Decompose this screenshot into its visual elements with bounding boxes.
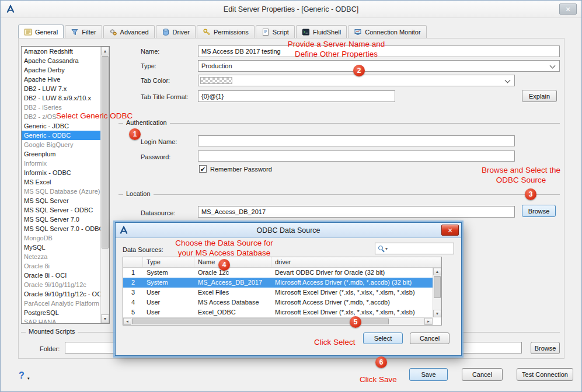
server-type-label: Generic - JDBC [24,123,69,130]
server-type-list-item[interactable]: Generic - ODBC [22,131,100,140]
login-name-label: Login Name: [141,138,177,145]
table-row[interactable]: 4 User MS Access Database Microsoft Acce… [123,298,433,307]
save-button[interactable]: Save [409,368,448,381]
server-type-list-item[interactable]: Greenplum [22,149,100,159]
scroll-left-icon[interactable]: ◄ [123,318,131,325]
scroll-down-icon[interactable]: ▼ [433,310,441,317]
scroll-down-icon[interactable]: ▼ [101,314,109,323]
server-type-list-item[interactable]: MongoDB [22,233,100,243]
table-row[interactable]: 5 User Excel_ODBC Microsoft Excel Driver… [123,307,433,317]
cell-driver: Microsoft Access Driver (*.mdb, *.accdb) [271,298,433,307]
tab-connection-monitor[interactable]: Connection Monitor [348,25,426,38]
server-type-list-item[interactable]: MySQL [22,243,100,252]
type-select[interactable]: Production [198,60,560,72]
scroll-thumb[interactable] [102,56,109,249]
server-type-label: ParAccel Analytic Platform [24,300,99,307]
tab-driver[interactable]: Driver [156,25,196,38]
close-icon[interactable]: ✕ [559,4,577,15]
modal-close-icon[interactable]: ✕ [441,225,459,236]
server-type-label: PostgreSQL [24,309,59,316]
cancel-button[interactable]: Cancel [462,368,503,381]
column-header-driver[interactable]: driver [271,257,441,267]
tab-title-format-input[interactable] [198,90,395,102]
login-name-input[interactable] [198,135,515,146]
datasource-browse-button[interactable]: Browse [522,205,556,217]
table-row[interactable]: 3 User Excel Files Microsoft Excel Drive… [123,288,433,298]
server-type-list-item[interactable]: Oracle 9i/10g/11g/12c [22,280,100,289]
cell-name: MS Access Database [194,298,271,307]
server-type-list-item[interactable]: MS SQL Server - ODBC [22,205,100,215]
server-type-list-item[interactable]: Oracle 8i [22,261,100,271]
tab-label: Script [273,29,289,36]
server-type-list-item[interactable]: Informix [22,159,100,168]
server-type-label: MongoDB [24,235,53,242]
server-type-list-item[interactable]: Oracle 8i - OCI [22,271,100,280]
server-type-label: Apache Hive [24,76,60,83]
server-type-label: Oracle 9i/10g/11g/12c - OCI [24,290,100,298]
annotation-line: Choose the Data Source for [169,238,280,248]
server-type-list-item[interactable]: Amazon Redshift [22,47,100,56]
column-header-type[interactable]: Type [143,257,194,267]
server-type-list-item[interactable]: DB2 - LUW 8.x/9.x/10.x [22,93,100,103]
folder-browse-button[interactable]: Browse [531,342,560,354]
server-type-list-item[interactable]: DB2 - LUW 7.x [22,84,100,93]
tab-color-select[interactable] [198,75,515,86]
select-button[interactable]: Select [363,332,403,344]
cell-type: User [143,298,194,307]
scroll-right-icon[interactable]: ► [424,318,433,325]
table-row[interactable]: 2 System MS_Access_DB_2017 Microsoft Acc… [123,278,433,288]
cell-name: Excel_ODBC [194,307,271,317]
server-type-list-item[interactable]: MS SQL Database (Azure) [22,187,100,196]
explain-button[interactable]: Explain [522,90,557,102]
odbc-data-source-dialog: ODBC Data Source ✕ Data Sources: ▾ Type … [115,222,462,356]
tab-script[interactable]: Script [256,25,295,38]
tab-strip: General Filter Advanced Driver Permissio… [18,24,564,38]
server-type-list-item[interactable]: Apache Hive [22,75,100,84]
server-type-list-item[interactable]: PostgreSQL [22,308,100,317]
datasource-input[interactable] [198,206,515,218]
annotation-line: Browse and Select the [465,165,577,175]
tab-general[interactable]: General [18,24,64,38]
general-icon [24,28,32,36]
server-type-list-item[interactable]: Netezza [22,252,100,261]
server-type-list-item[interactable]: MS SQL Server 7.0 [22,215,100,224]
server-type-list-item[interactable]: Oracle 9i/10g/11g/12c - OCI [22,289,100,299]
list-scrollbar[interactable]: ▲ ▼ [100,47,109,323]
annotation-browse-odbc: Browse and Select the ODBC Source [465,165,577,185]
fluidshell-icon [302,28,310,36]
datasource-search-input[interactable] [392,244,452,253]
scroll-up-icon[interactable]: ▲ [101,47,109,55]
tab-label: Advanced [120,29,149,36]
scroll-thumb[interactable] [434,276,441,298]
server-type-label: DB2 - z/OS [24,113,57,120]
tab-filter[interactable]: Filter [65,25,102,38]
server-type-list-item[interactable]: Informix - ODBC [22,168,100,177]
server-type-list-item[interactable]: MS SQL Server [22,196,100,205]
annotation-line: Provide a Server Name and [275,39,398,49]
table-vertical-scrollbar[interactable]: ▲ ▼ [433,268,441,317]
annotation-line: ODBC Source [465,175,577,185]
tab-fluidshell[interactable]: FluidShell [296,25,347,38]
server-type-list-item[interactable]: Apache Cassandra [22,56,100,65]
server-type-list-item[interactable]: Apache Derby [22,65,100,75]
table-row[interactable]: 1 System Oracle 12c Devart ODBC Driver f… [123,268,433,278]
test-connection-button[interactable]: Test Connection [517,368,573,381]
remember-password-checkbox[interactable]: ✔ [199,165,207,173]
column-header-name[interactable]: Name [194,257,271,267]
help-button[interactable]: ? [19,370,25,381]
server-type-list-item[interactable]: SAP HANA [22,317,100,323]
tab-permissions[interactable]: Permissions [197,25,255,38]
server-type-list-item[interactable]: MS Excel [22,177,100,187]
server-type-list-item[interactable]: ParAccel Analytic Platform [22,299,100,308]
script-icon [262,28,270,36]
table-horizontal-scrollbar[interactable]: ◄ ► [123,317,433,325]
server-type-list-item[interactable]: Generic - JDBC [22,121,100,131]
tab-label: Driver [173,29,190,36]
scroll-up-icon[interactable]: ▲ [433,268,441,275]
server-type-list-item[interactable]: MS SQL Server 7.0 - ODBC [22,224,100,233]
server-type-list-item[interactable]: Google BigQuery [22,140,100,149]
tab-advanced[interactable]: Advanced [103,25,155,38]
server-type-label: Oracle 8i - OCI [24,272,67,279]
modal-cancel-button[interactable]: Cancel [410,332,449,344]
password-input[interactable] [198,150,515,162]
